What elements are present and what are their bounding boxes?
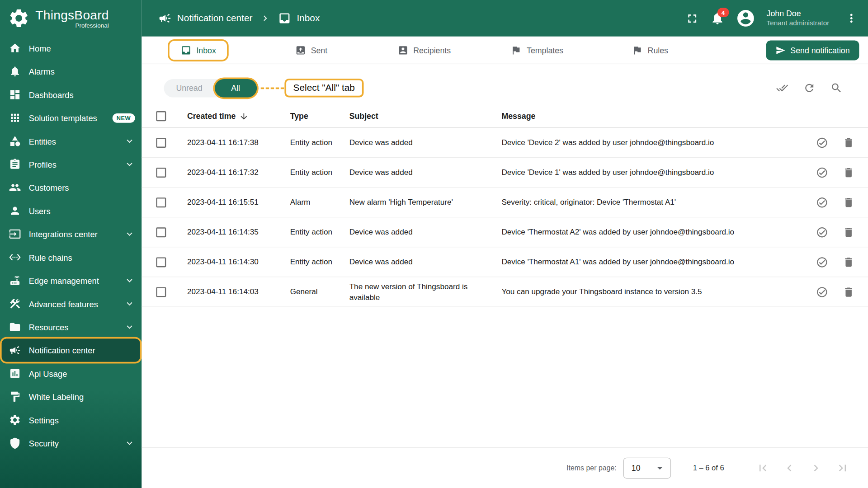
sidebar-item-dashboards[interactable]: Dashboards [0,83,142,106]
cell-message: Device 'Device 2' was added by user john… [501,137,802,148]
column-type[interactable]: Type [290,112,349,121]
tab-label: Rules [648,46,668,55]
sidebar-item-edge-management[interactable]: Edge management [0,269,142,292]
row-checkbox[interactable] [156,197,166,207]
table-row: 2023-04-11 16:17:38Entity actionDevice w… [142,128,868,158]
sidebar-item-security[interactable]: Security [0,432,142,455]
breadcrumb-separator-icon [259,13,270,23]
next-page-button[interactable] [809,461,822,474]
sidebar-item-users[interactable]: Users [0,199,142,222]
row-checkbox[interactable] [156,167,166,177]
sidebar-item-label: Resources [29,322,116,332]
cell-message: Device 'Device 1' was added by user john… [501,167,802,178]
select-all-checkbox[interactable] [156,111,166,121]
sidebar-item-label: Integrations center [29,230,116,239]
sidebar-item-entities[interactable]: Entities [0,130,142,153]
toolbar-icons [776,82,843,94]
sidebar-item-label: Users [29,206,135,216]
page-size-select[interactable]: 10 [623,457,670,479]
mark-read-button[interactable] [816,226,828,238]
user-info[interactable]: John Doe Tenant administrator [767,9,830,28]
tab-sent[interactable]: Sent [255,37,368,64]
delete-notification-button[interactable] [843,166,855,178]
annotation-callout: Select "All" tab [284,79,363,98]
mark-read-button[interactable] [816,166,828,178]
first-page-button[interactable] [756,461,769,474]
tab-inbox[interactable]: Inbox [142,37,255,64]
tab-templates[interactable]: Templates [481,37,594,64]
sidebar-item-api-usage[interactable]: Api Usage [0,362,142,385]
delete-notification-button[interactable] [843,136,855,149]
logo[interactable]: ThingsBoard Professional [0,0,142,37]
check-circle-icon [816,166,828,178]
table-row: 2023-04-11 16:17:32Entity actionDevice w… [142,158,868,188]
search-button[interactable] [830,82,843,94]
construction-icon [9,298,21,310]
sidebar-item-advanced-features[interactable]: Advanced features [0,292,142,315]
new-badge: NEW [112,113,135,122]
people-icon [9,182,21,194]
mark-read-button[interactable] [816,136,828,149]
sidebar-item-home[interactable]: Home [0,37,142,60]
mark-all-read-button[interactable] [776,82,788,94]
last-page-button[interactable] [836,461,849,474]
tab-recipients[interactable]: Recipients [368,37,481,64]
row-checkbox[interactable] [156,137,166,147]
table-row: 2023-04-11 16:14:35Entity actionDevice w… [142,217,868,247]
cell-message: You can upgrade your Thingsboard instanc… [501,286,802,297]
breadcrumb-current: Inbox [297,13,320,23]
fullscreen-button[interactable] [685,11,699,25]
tab-rules[interactable]: Rules [594,37,707,64]
row-checkbox[interactable] [156,287,166,297]
sidebar-item-resources[interactable]: Resources [0,315,142,338]
send-notification-button[interactable]: Send notification [766,40,859,60]
mark-read-button[interactable] [816,286,828,298]
cell-type: Entity action [290,167,349,178]
sidebar-item-solution-templates[interactable]: Solution templatesNEW [0,106,142,129]
tab-label: Templates [527,46,563,55]
table-row: 2023-04-11 16:15:51AlarmNew alarm 'High … [142,188,868,217]
mark-read-button[interactable] [816,196,828,208]
delete-notification-button[interactable] [843,226,855,238]
notifications-bell-button[interactable]: 4 [710,11,725,25]
sidebar-item-rule-chains[interactable]: Rule chains [0,246,142,269]
row-checkbox[interactable] [156,227,166,237]
column-message[interactable]: Message [501,112,802,121]
annotation-connector [260,87,283,89]
filter-unread-button[interactable]: Unread [164,79,214,97]
sidebar-item-settings[interactable]: Settings [0,408,142,432]
refresh-button[interactable] [803,82,816,94]
cell-created-time: 2023-04-11 16:14:30 [187,257,290,267]
filter-all-button[interactable]: All [215,79,257,97]
campaign-icon [9,344,21,357]
paint-icon [9,390,21,403]
column-created-time[interactable]: Created time [187,112,290,121]
row-actions [802,226,855,238]
user-avatar[interactable] [736,8,755,28]
sidebar-item-white-labeling[interactable]: White Labeling [0,385,142,408]
sidebar-item-alarms[interactable]: Alarms [0,60,142,83]
delete-notification-button[interactable] [843,286,855,298]
sidebar-item-integrations-center[interactable]: Integrations center [0,222,142,245]
chevron-down-icon [124,438,135,449]
column-subject[interactable]: Subject [349,112,502,121]
chevron-down-icon [124,298,135,309]
mark-read-button[interactable] [816,256,828,268]
delete-notification-button[interactable] [843,256,855,268]
cell-type: General [290,286,349,297]
pagination-buttons [756,461,849,474]
sidebar-item-customers[interactable]: Customers [0,176,142,199]
sidebar-item-notification-center[interactable]: Notification center [2,338,140,361]
row-checkbox[interactable] [156,257,166,267]
cell-subject: Device was added [349,167,502,178]
breadcrumb-parent[interactable]: Notification center [177,13,253,23]
bell-icon [9,65,21,77]
delete-notification-button[interactable] [843,196,855,208]
more-menu-button[interactable] [845,12,858,25]
category-icon [9,135,21,147]
previous-page-button[interactable] [783,461,796,474]
inbox-icon [278,12,291,25]
cell-type: Entity action [290,227,349,237]
sidebar-item-profiles[interactable]: Profiles [0,153,142,176]
caret-down-icon [654,462,666,474]
